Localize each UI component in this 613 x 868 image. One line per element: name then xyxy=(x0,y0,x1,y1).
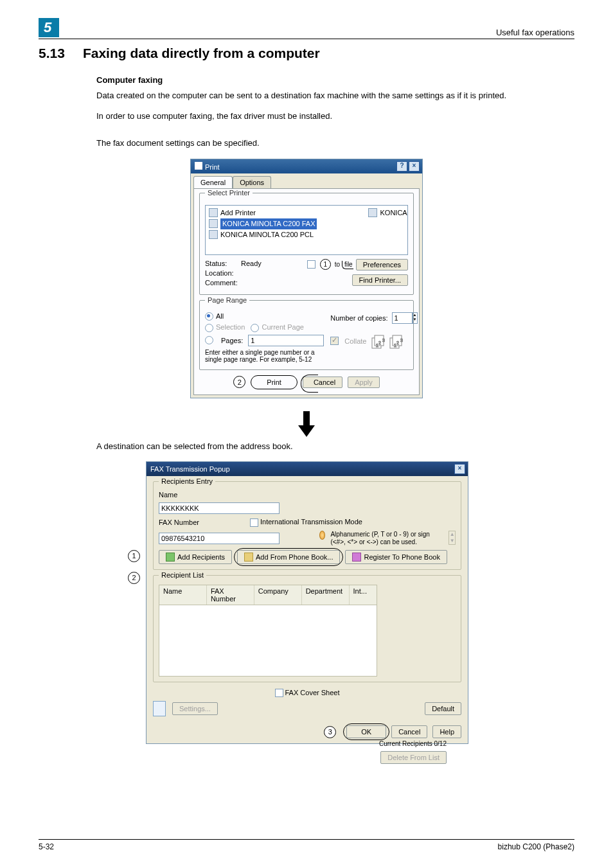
section-heading: 5.13 Faxing data directly from a compute… xyxy=(39,46,574,61)
svg-text:2: 2 xyxy=(396,341,399,345)
cover-settings-button: Settings... xyxy=(172,702,218,715)
default-button[interactable]: Default xyxy=(425,702,461,715)
fax-popup-titlebar[interactable]: FAX Transmission Popup × xyxy=(147,462,468,476)
chapter-badge: 5 xyxy=(39,18,59,37)
save-icon xyxy=(352,553,361,562)
print-dialog-title: Print xyxy=(205,163,220,171)
printer-item[interactable]: KONICA MINOLTA C200 FAX xyxy=(209,218,317,229)
collate-label: Collate xyxy=(344,337,366,345)
svg-text:3: 3 xyxy=(382,338,385,342)
copies-label: Number of copies: xyxy=(330,314,387,322)
svg-text:2: 2 xyxy=(378,341,381,345)
printer-icon xyxy=(209,230,218,239)
footer-page-number: 5-32 xyxy=(39,842,54,851)
print-dialog-titlebar[interactable]: Print ? × xyxy=(191,159,422,173)
printer-item[interactable]: KONICA MINOLTA C200 PS xyxy=(368,208,408,218)
name-input[interactable] xyxy=(159,502,280,514)
section-title: Faxing data directly from a computer xyxy=(83,46,320,61)
pages-hint: Enter either a single page number or a s… xyxy=(205,349,324,363)
printer-item[interactable]: KONICA MINOLTA C200 PCL xyxy=(209,229,317,240)
recipient-list-header: Name FAX Number Company Department Int..… xyxy=(159,585,377,605)
col-company[interactable]: Company xyxy=(254,585,302,605)
comment-label: Comment: xyxy=(205,278,241,288)
radio-pages-label: Pages: xyxy=(221,337,243,344)
cover-sheet-icon xyxy=(153,701,166,716)
col-fax[interactable]: FAX Number xyxy=(207,585,254,605)
paragraph-3: The fax document settings can be specifi… xyxy=(96,137,574,149)
printer-icon xyxy=(209,219,218,228)
ok-button[interactable]: OK xyxy=(346,725,386,738)
preferences-button[interactable]: Preferences xyxy=(356,259,408,270)
status-value: Ready xyxy=(241,260,262,267)
group-recipients-entry: Recipients Entry Name FAX Number Interna… xyxy=(153,481,461,570)
group-recipients-entry-legend: Recipients Entry xyxy=(159,477,215,485)
find-printer-button[interactable]: Find Printer... xyxy=(352,274,408,286)
close-button[interactable]: × xyxy=(454,464,465,474)
recipient-list-body[interactable] xyxy=(159,605,377,677)
intl-mode-label: International Transmission Mode xyxy=(260,518,362,526)
radio-all[interactable] xyxy=(205,312,213,321)
group-recipient-list: Recipient List Name FAX Number Company D… xyxy=(153,575,461,682)
copies-input[interactable] xyxy=(392,312,413,324)
printer-list[interactable]: Add Printer KONICA MINOLTA C200 FAX KONI… xyxy=(205,205,408,255)
close-button[interactable]: × xyxy=(409,161,420,172)
subheading-computer-faxing: Computer faxing xyxy=(96,75,574,85)
header-breadcrumb: Useful fax operations xyxy=(496,28,574,37)
paragraph-1: Data created on the computer can be sent… xyxy=(96,90,574,102)
fax-transmission-popup: FAX Transmission Popup × Recipients Entr… xyxy=(146,461,468,744)
add-icon xyxy=(166,553,175,562)
collate-icon: 123123 xyxy=(371,333,405,350)
add-from-phone-book-button[interactable]: Add From Phone Book... xyxy=(237,550,340,564)
radio-selection xyxy=(205,324,213,332)
tab-options[interactable]: Options xyxy=(233,176,271,188)
radio-selection-label: Selection xyxy=(216,323,245,331)
annotation-2: 2 xyxy=(233,376,245,388)
fax-cover-sheet-checkbox[interactable] xyxy=(275,689,283,697)
location-label: Location: xyxy=(205,269,241,278)
cancel-button[interactable]: Cancel xyxy=(303,376,342,388)
annotation-1: 1 xyxy=(320,259,331,270)
svg-marker-11 xyxy=(298,425,315,437)
printer-item[interactable]: Add Printer xyxy=(209,208,317,218)
footer-model: bizhub C200 (Phase2) xyxy=(498,842,574,851)
fax-cover-sheet-label: FAX Cover Sheet xyxy=(285,689,340,696)
print-to-file-checkbox[interactable] xyxy=(307,260,315,269)
radio-all-label: All xyxy=(216,312,224,320)
group-select-printer: Select Printer Add Printer KONICA MINOLT… xyxy=(199,193,414,295)
print-dialog: Print ? × General Options Select Printer… xyxy=(190,159,423,398)
fax-number-hint: Alphanumeric (P, T or 0 - 9) or sign (<#… xyxy=(330,531,446,546)
annotation-fax-2: 2 xyxy=(128,572,140,584)
recipient-count: Current Recipients 0/12 xyxy=(379,740,447,747)
col-department[interactable]: Department xyxy=(302,585,350,605)
register-to-phone-book-button[interactable]: Register To Phone Book xyxy=(345,550,447,564)
col-intl[interactable]: Int... xyxy=(350,585,377,605)
intl-mode-checkbox[interactable] xyxy=(250,518,258,527)
add-printer-icon xyxy=(209,208,218,217)
radio-pages[interactable] xyxy=(205,336,213,344)
down-arrow-icon xyxy=(294,411,319,437)
fax-number-label: FAX Number xyxy=(159,518,210,526)
help-button[interactable]: ? xyxy=(396,161,407,172)
print-to-file-label: to file xyxy=(335,261,353,268)
fax-popup-title: FAX Transmission Popup xyxy=(150,465,230,473)
name-label: Name xyxy=(159,491,210,499)
add-recipients-button[interactable]: Add Recipients xyxy=(159,550,232,564)
pages-input[interactable] xyxy=(248,335,324,346)
col-name[interactable]: Name xyxy=(159,585,207,605)
help-button[interactable]: Help xyxy=(432,725,461,738)
svg-rect-10 xyxy=(303,411,310,425)
fax-number-input[interactable] xyxy=(159,533,280,544)
cancel-button[interactable]: Cancel xyxy=(391,725,427,738)
annotation-fax-3: 3 xyxy=(324,726,336,738)
hint-icon xyxy=(319,531,325,540)
radio-current-page-label: Current Page xyxy=(262,323,303,331)
print-button[interactable]: Print xyxy=(260,378,288,386)
copies-stepper[interactable]: ▲▼ xyxy=(392,312,418,324)
svg-text:3: 3 xyxy=(400,338,403,342)
radio-current-page xyxy=(251,324,259,332)
page-header: 5 Useful fax operations xyxy=(39,18,574,39)
annotation-fax-1: 1 xyxy=(128,550,140,562)
paragraph-2: In order to use computer faxing, the fax… xyxy=(96,111,574,122)
tab-general[interactable]: General xyxy=(193,176,233,188)
group-select-printer-legend: Select Printer xyxy=(205,189,253,197)
